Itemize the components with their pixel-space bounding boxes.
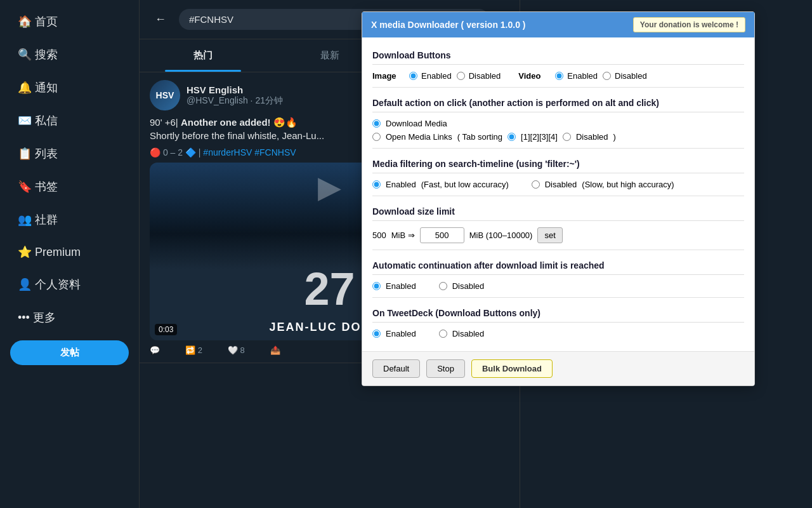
video-enabled-label: Enabled <box>567 71 598 81</box>
filter-enabled-label: Enabled <box>386 180 416 189</box>
video-label: Video <box>518 71 550 81</box>
size-limit-row: 500 MiB ⇒ MiB (100–10000) set <box>372 227 744 243</box>
retweet-action[interactable]: 🔁 2 <box>185 345 202 355</box>
tweetdeck-disabled-label: Disabled <box>452 329 485 338</box>
post-button[interactable]: 发帖 <box>10 340 129 365</box>
video-enabled-radio[interactable] <box>555 72 563 80</box>
open-links-label: Open Media Links <box>386 132 452 142</box>
more-icon: ••• <box>18 311 30 324</box>
extension-popup: X media Downloader ( version 1.0.0 ) You… <box>362 11 755 386</box>
auto-continuation-row: Enabled Disabled <box>372 281 744 291</box>
sidebar-item-messages[interactable]: ✉️ 私信 <box>5 107 134 135</box>
reply-action[interactable]: 💬 <box>150 345 160 355</box>
stop-button[interactable]: Stop <box>426 359 465 378</box>
image-enabled-radio-group: Enabled <box>409 71 452 81</box>
separator-1 <box>372 87 744 88</box>
media-filtering-row: Enabled (Fast, but low accuracy) Disable… <box>372 180 744 189</box>
separator-3 <box>372 196 744 196</box>
filter-disabled-radio[interactable] <box>532 180 540 189</box>
video-disabled-radio[interactable] <box>603 72 611 80</box>
video-duration: 0:03 <box>155 324 177 335</box>
filter-disabled-desc: (Slow, but high accuracy) <box>582 180 674 189</box>
current-size-value: 500 <box>372 231 386 240</box>
bookmark-icon: 🔖 <box>18 180 32 193</box>
auto-continuation-section-title: Automatic continuation after download li… <box>372 257 744 275</box>
tab-trending[interactable]: 热门 <box>140 39 266 72</box>
image-disabled-label: Disabled <box>469 71 501 81</box>
sidebar-item-bookmarks[interactable]: 🔖 书签 <box>5 173 134 201</box>
separator-2 <box>372 148 744 149</box>
mail-icon: ✉️ <box>18 114 32 127</box>
close-paren: ) <box>613 132 616 142</box>
download-media-radio[interactable] <box>372 119 381 128</box>
popup-body: Download Buttons Image Enabled Disabled … <box>362 37 754 351</box>
filter-disabled-label: Disabled <box>545 180 577 189</box>
sidebar-item-profile[interactable]: 👤 个人资料 <box>5 271 134 298</box>
mib-arrow-label: MiB ⇒ <box>391 231 415 240</box>
popup-title: X media Downloader ( version 1.0.0 ) <box>371 20 526 30</box>
separator-4 <box>372 250 744 250</box>
download-media-row: Download Media <box>372 119 744 128</box>
sidebar-item-search[interactable]: 🔍 搜索 <box>5 41 134 69</box>
sidebar-item-premium[interactable]: ⭐ Premium <box>5 239 134 265</box>
open-media-links-row: Open Media Links ( Tab sorting [1][2][3]… <box>372 132 744 142</box>
sidebar-item-more[interactable]: ••• 更多 <box>5 304 134 331</box>
tweetdeck-enabled-radio[interactable] <box>372 330 381 338</box>
default-button[interactable]: Default <box>372 359 420 378</box>
media-filtering-section-title: Media filtering on search-timeline (usin… <box>372 155 744 173</box>
popup-footer: Default Stop Bulk Download <box>362 351 754 385</box>
back-button[interactable]: ← <box>150 8 171 31</box>
filter-enabled-radio[interactable] <box>372 180 381 189</box>
image-enabled-label: Enabled <box>421 71 452 81</box>
size-limit-input[interactable] <box>420 227 464 243</box>
like-action[interactable]: 🤍 8 <box>228 345 245 355</box>
separator-5 <box>372 297 744 298</box>
list-icon: 📋 <box>18 147 32 160</box>
tweetdeck-row: Enabled Disabled <box>372 329 744 338</box>
home-icon: 🏠 <box>18 15 32 28</box>
size-limit-section-title: Download size limit <box>372 203 744 221</box>
auto-cont-disabled-label: Disabled <box>452 281 485 291</box>
tweetdeck-section-title: On TweetDeck (Download Buttons only) <box>372 304 744 323</box>
tab-sort-enabled-radio[interactable] <box>508 133 516 141</box>
video-enabled-radio-group: Enabled <box>555 71 598 81</box>
image-video-options-row: Image Enabled Disabled Video Enabled Dis… <box>372 71 744 81</box>
sidebar-item-notifications[interactable]: 🔔 通知 <box>5 74 134 102</box>
profile-icon: 👤 <box>18 278 32 291</box>
tab-sort-disabled-radio[interactable] <box>563 133 571 141</box>
bulk-download-button[interactable]: Bulk Download <box>471 359 553 378</box>
auto-cont-enabled-radio[interactable] <box>372 282 381 290</box>
premium-icon: ⭐ <box>18 246 32 258</box>
auto-cont-disabled-radio[interactable] <box>439 282 447 290</box>
video-disabled-label: Disabled <box>615 71 647 81</box>
share-action[interactable]: 📤 <box>270 345 280 355</box>
left-sidebar: 🏠 首页 🔍 搜索 🔔 通知 ✉️ 私信 📋 列表 🔖 书签 👥 社群 ⭐ <box>0 0 140 508</box>
tab-sort-options-label: [1][2][3][4] <box>521 132 558 142</box>
image-disabled-radio-group: Disabled <box>457 71 501 81</box>
default-action-section-title: Default action on click (another action … <box>372 94 744 112</box>
sidebar-item-home[interactable]: 🏠 首页 <box>5 8 134 36</box>
tweet-handle: @HSV_English · 21分钟 <box>187 95 283 107</box>
avatar: HSV <box>150 80 180 110</box>
set-size-button[interactable]: set <box>537 227 562 243</box>
tab-sorting-label: ( Tab sorting <box>457 132 502 142</box>
bell-icon: 🔔 <box>18 81 32 94</box>
image-disabled-radio[interactable] <box>457 72 465 80</box>
image-label: Image <box>372 71 404 81</box>
community-icon: 👥 <box>18 213 32 226</box>
tweet-username: HSV English <box>187 84 283 95</box>
open-links-radio[interactable] <box>372 133 381 141</box>
sidebar-item-communities[interactable]: 👥 社群 <box>5 206 134 234</box>
search-icon: 🔍 <box>18 48 32 61</box>
tweetdeck-disabled-radio[interactable] <box>439 330 447 338</box>
filter-enabled-desc: (Fast, but low accuracy) <box>421 180 509 189</box>
image-enabled-radio[interactable] <box>409 72 417 80</box>
video-disabled-radio-group: Disabled <box>603 71 647 81</box>
download-media-label: Download Media <box>386 119 447 128</box>
donation-badge[interactable]: Your donation is welcome ! <box>633 17 745 32</box>
sidebar-item-lists[interactable]: 📋 列表 <box>5 140 134 168</box>
download-buttons-section-title: Download Buttons <box>372 46 744 65</box>
popup-header: X media Downloader ( version 1.0.0 ) You… <box>362 12 754 37</box>
size-range-label: MiB (100–10000) <box>469 231 533 240</box>
tab-sort-disabled-label: Disabled <box>576 132 608 142</box>
